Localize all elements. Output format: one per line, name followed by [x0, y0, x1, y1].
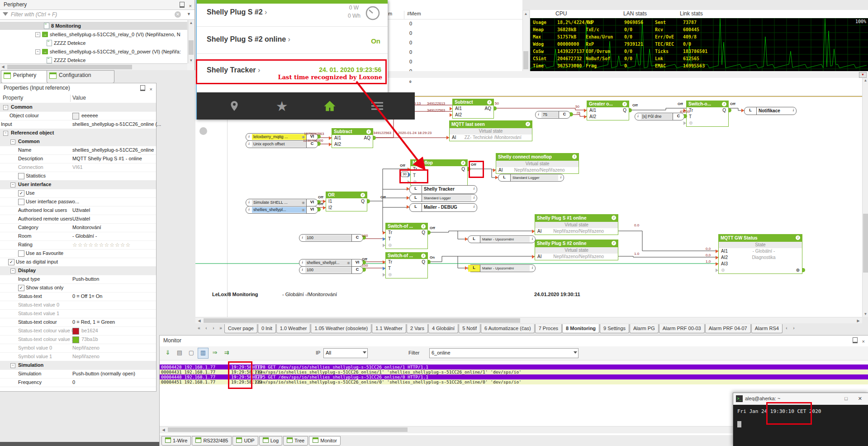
- tree-item[interactable]: −→shellies_shellyplug-s-51CC26_relay_0_p…: [0, 48, 187, 56]
- log-row[interactable]: 00004448 192.168.1.7719:29:58.121HTTP5 G…: [160, 374, 868, 379]
- close-icon[interactable]: ×: [150, 86, 152, 92]
- input-port[interactable]: [450, 113, 452, 117]
- search-input[interactable]: Filter with (Ctrl + F): [11, 11, 57, 18]
- collapse-icon[interactable]: −: [10, 269, 15, 273]
- list-item[interactable]: Shelly Plug S #2 online › On: [197, 26, 388, 54]
- property-row[interactable]: Use as Favourite: [0, 249, 156, 258]
- property-value[interactable]: Nepřiřazeno: [72, 345, 100, 350]
- property-value[interactable]: eeeeee: [81, 113, 98, 118]
- new-page-icon[interactable]: ▢: [186, 348, 197, 359]
- input-port[interactable]: [493, 168, 496, 172]
- input-port[interactable]: [383, 267, 385, 270]
- sheet-tab[interactable]: Alarm PRF 00-03: [659, 324, 705, 333]
- input-port[interactable]: [584, 109, 587, 112]
- input-port[interactable]: [450, 107, 452, 110]
- sheet-tab[interactable]: 0 Init: [258, 324, 276, 333]
- property-value[interactable]: 0 = Off 1= On: [72, 293, 102, 299]
- collapse-button[interactable]: ▼: [859, 72, 867, 78]
- property-value[interactable]: VI61: [72, 164, 83, 170]
- info-icon[interactable]: i: [421, 254, 426, 258]
- collapse-icon[interactable]: −: [3, 131, 8, 136]
- input-port[interactable]: [383, 237, 385, 241]
- diagram-vertical-scrollbar[interactable]: ▲ ▼: [862, 78, 868, 317]
- property-row[interactable]: Input typePush-button: [0, 275, 156, 284]
- sheet-tab[interactable]: 9 Settings: [600, 324, 629, 333]
- property-row[interactable]: SimulationPush-button (normally open): [0, 369, 156, 379]
- property-group-row[interactable]: −Simulation: [0, 361, 156, 370]
- input-port[interactable]: [383, 260, 385, 264]
- capsule-const-100-b[interactable]: i100C: [299, 266, 363, 274]
- info-icon[interactable]: i: [366, 129, 371, 134]
- log-row[interactable]: 00004431 192.168.1.7719:29:58.113'/dev/s…: [160, 369, 868, 374]
- capsule-simulate-shelly-input[interactable]: iSimulate SHELL ...◉VI: [246, 199, 318, 206]
- input-port[interactable]: [383, 231, 385, 235]
- sheet-tab[interactable]: Cover page: [224, 324, 257, 333]
- property-value[interactable]: Monitorování: [72, 225, 101, 230]
- sheet-tab[interactable]: Alarm RS4: [751, 324, 783, 333]
- property-row[interactable]: ConnectionVI61: [0, 163, 156, 172]
- checkbox[interactable]: [18, 199, 24, 205]
- capsule-const-100-a[interactable]: i100C: [299, 234, 363, 242]
- property-row[interactable]: Status-text value 1: [0, 309, 156, 318]
- input-port[interactable]: [329, 143, 332, 146]
- export-page-icon[interactable]: ⇒: [209, 348, 220, 359]
- property-row[interactable]: Authorised remote usersUživatel: [0, 215, 156, 224]
- star-icon[interactable]: ★: [274, 98, 289, 114]
- pin-icon[interactable]: [180, 2, 185, 8]
- property-group-row[interactable]: −Display: [0, 266, 156, 275]
- tab-1-wire[interactable]: 1-Wire: [161, 436, 191, 446]
- sheet-tab[interactable]: 1.05 Weather (obsolete): [311, 324, 371, 333]
- diagram-horizontal-scrollbar[interactable]: ◀ ▶: [195, 317, 862, 324]
- input-port[interactable]: [532, 230, 535, 233]
- input-port[interactable]: [716, 256, 718, 259]
- sheet-tab[interactable]: 8 Monitoring: [562, 324, 599, 333]
- property-value[interactable]: 0: [72, 379, 75, 385]
- property-row[interactable]: Status-text colour0 = Red, 1 = Green: [0, 318, 156, 327]
- property-row[interactable]: ✓Show status only: [0, 283, 156, 293]
- property-group-row[interactable]: −Common: [0, 103, 156, 112]
- info-icon[interactable]: i: [421, 224, 426, 229]
- sheet-tab[interactable]: 1.1 Weather: [372, 324, 406, 333]
- property-group-row[interactable]: −Common: [0, 137, 156, 146]
- property-row[interactable]: Frequency0: [0, 378, 156, 387]
- tab-log[interactable]: Log: [259, 436, 282, 446]
- block-subtract-2[interactable]: SubtractiAI1AQAI2: [332, 128, 373, 148]
- property-group-row[interactable]: −Referenced object: [0, 129, 156, 138]
- column-value[interactable]: Value: [72, 95, 86, 101]
- capsule-const-75[interactable]: i75C: [535, 111, 570, 119]
- sheet-tab[interactable]: 7 Proces: [535, 324, 562, 333]
- input-port[interactable]: [532, 255, 535, 259]
- property-row[interactable]: Status-text colour value 0be1624: [0, 326, 156, 336]
- property-value[interactable]: 0 = Red, 1 = Green: [72, 319, 115, 325]
- collapse-icon[interactable]: −: [3, 105, 8, 110]
- logger-capsule-mailer-upozorneni-1[interactable]: LMailer - Upozorněníi: [468, 235, 536, 243]
- close-icon[interactable]: ×: [862, 339, 865, 344]
- monitor-view-icon[interactable]: ▥: [198, 348, 209, 359]
- sheet-tab[interactable]: 2 Vars: [407, 324, 428, 333]
- property-row[interactable]: User interface passwo...: [0, 197, 156, 206]
- info-icon[interactable]: i: [526, 122, 530, 126]
- maximize-icon[interactable]: □: [844, 396, 848, 401]
- ip-select[interactable]: All: [323, 348, 368, 358]
- input-port[interactable]: [716, 262, 718, 266]
- input-port[interactable]: [716, 269, 718, 272]
- home-icon[interactable]: [322, 98, 337, 114]
- block-shelly-plug-1-online[interactable]: Shelly Plug S #1 onlineiVirtual stateAIN…: [535, 214, 618, 235]
- info-icon[interactable]: i: [572, 154, 577, 159]
- block-mqtt-gw-status[interactable]: MQTT GW StatusiStateAI1- Globální -AI2Di…: [718, 234, 802, 274]
- info-icon[interactable]: i: [612, 241, 616, 245]
- sheet-nav-icon[interactable]: ›: [210, 324, 217, 331]
- logger-capsule-notifikace[interactable]: LNotifikacei: [744, 107, 797, 115]
- info-icon[interactable]: i: [487, 100, 492, 105]
- forward-icon[interactable]: ⇉: [221, 348, 232, 359]
- sheet-scroll-icon[interactable]: ›: [790, 324, 797, 331]
- logger-capsule-logger-standard-2[interactable]: LStandard Loggeri: [409, 194, 477, 202]
- block-mqtt-last-seen[interactable]: MQTT last seeniVirtual stateAIZZ- Techni…: [449, 120, 532, 141]
- block-shelly-plug-2-online[interactable]: Shelly Plug S #2 onlineiVirtual stateAIN…: [535, 240, 618, 260]
- property-row[interactable]: Inputshellies_shellyplug-s-51CC26_online…: [0, 120, 156, 129]
- info-icon[interactable]: i: [796, 235, 800, 240]
- sheet-tab[interactable]: 6 Automatizace (čas): [481, 324, 535, 333]
- input-port[interactable]: [446, 136, 449, 139]
- tree-item[interactable]: ZZZZ Detekce: [0, 56, 187, 63]
- checkbox[interactable]: [18, 173, 24, 179]
